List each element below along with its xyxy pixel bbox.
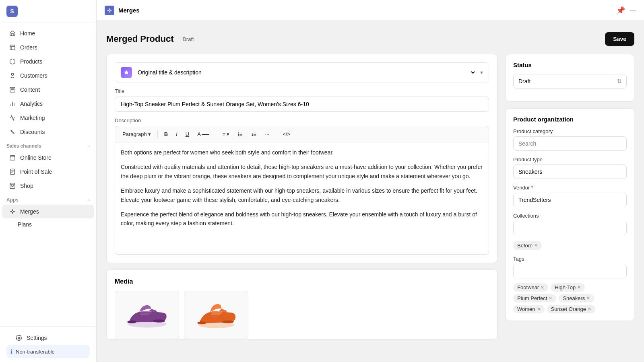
tag-sneakers: Sneakers ✕ xyxy=(559,294,594,302)
sidebar-item-merges[interactable]: Merges xyxy=(2,205,94,218)
italic-button[interactable]: I xyxy=(173,130,181,139)
plum-sneaker-image xyxy=(123,299,171,331)
product-organization-title: Product organization xyxy=(513,116,627,123)
sidebar-item-discounts[interactable]: Discounts xyxy=(2,125,94,139)
sidebar-item-marketing[interactable]: Marketing xyxy=(2,111,94,125)
paragraph-select[interactable]: Paragraph ▾ xyxy=(119,130,154,139)
tag-footwear-remove[interactable]: ✕ xyxy=(541,285,544,290)
sidebar-item-analytics[interactable]: Analytics xyxy=(2,97,94,111)
desc-para-1: Both options are perfect for women who s… xyxy=(121,148,483,157)
category-search-input[interactable] xyxy=(513,136,627,151)
sidebar-item-analytics-label: Analytics xyxy=(20,101,43,107)
sidebar-item-point-of-sale[interactable]: Point of Sale xyxy=(2,165,94,179)
content-area: Merged Product Draft Save Original title xyxy=(97,21,644,362)
sidebar-item-content-label: Content xyxy=(20,86,40,93)
align-icon: ≡ xyxy=(223,131,226,137)
sidebar-item-products[interactable]: Products xyxy=(2,55,94,68)
svg-point-30 xyxy=(222,320,234,323)
collection-tag-label: Before xyxy=(517,243,533,249)
more-icon[interactable]: ··· xyxy=(630,6,636,14)
tags-input[interactable] xyxy=(513,264,627,278)
save-button[interactable]: Save xyxy=(605,32,634,46)
ai-select-dropdown[interactable]: Original title & description xyxy=(136,69,476,76)
sales-channels-chevron: › xyxy=(89,144,90,148)
page-header: Merged Product Draft Save xyxy=(106,32,634,46)
non-transferable-label: Non-transferable xyxy=(16,349,55,355)
bullets-button[interactable] xyxy=(234,130,246,139)
sidebar: S Home Orders Products Customers xyxy=(0,0,97,362)
tag-plum-perfect: Plum Perfect ✕ xyxy=(513,294,556,302)
desc-para-2: Constructed with quality materials and a… xyxy=(121,162,483,181)
more-button[interactable]: ··· xyxy=(262,130,272,139)
color-bar xyxy=(202,134,209,135)
product-organization-card: Product organization Product category Pr… xyxy=(506,108,634,321)
sidebar-item-orders[interactable]: Orders xyxy=(2,41,94,54)
ai-selector-bar[interactable]: Original title & description ▾ xyxy=(115,62,489,82)
sidebar-item-plans-label: Plans xyxy=(18,221,32,228)
sidebar-item-settings[interactable]: Settings xyxy=(9,331,87,345)
svg-point-8 xyxy=(109,10,110,11)
color-button[interactable]: A xyxy=(194,130,213,139)
description-editor[interactable]: Both options are perfect for women who s… xyxy=(115,142,489,255)
discounts-icon xyxy=(9,128,16,136)
paragraph-label: Paragraph xyxy=(122,131,147,137)
info-icon: ℹ xyxy=(10,348,12,355)
tag-sunset-orange-remove[interactable]: ✕ xyxy=(588,306,591,312)
sidebar-item-merges-label: Merges xyxy=(20,208,39,215)
merges-icon xyxy=(9,208,16,215)
underline-button[interactable]: U xyxy=(182,130,192,139)
sidebar-item-shop[interactable]: Shop xyxy=(2,179,94,193)
topbar: Merges 📌 ··· xyxy=(97,0,644,21)
collections-input[interactable] xyxy=(513,221,627,235)
media-item-2[interactable] xyxy=(184,291,248,339)
sidebar-item-plans[interactable]: Plans xyxy=(2,219,94,230)
pin-icon[interactable]: 📌 xyxy=(616,6,625,15)
tag-plum-perfect-remove[interactable]: ✕ xyxy=(549,296,552,301)
ai-icon xyxy=(121,67,132,78)
topbar-app-icon xyxy=(105,6,114,15)
editor-toolbar: Paragraph ▾ B I U A xyxy=(115,126,489,142)
media-item-1[interactable] xyxy=(115,291,179,339)
numbered-button[interactable] xyxy=(248,130,260,139)
apps-section: Apps › xyxy=(0,193,96,204)
sidebar-logo: S xyxy=(0,0,96,23)
align-chevron: ▾ xyxy=(227,131,229,137)
page-title: Merged Product xyxy=(106,34,173,44)
sales-channels-section: Sales channels › xyxy=(0,139,96,150)
sidebar-item-content[interactable]: Content xyxy=(2,83,94,97)
topbar-title: Merges xyxy=(118,7,140,14)
tag-high-top-remove[interactable]: ✕ xyxy=(577,285,581,290)
bold-button[interactable]: B xyxy=(161,130,171,139)
tags-list: Footwear ✕ High-Top ✕ Plum Perfect ✕ S xyxy=(513,283,627,313)
vendor-label: Vendor xyxy=(513,185,627,191)
tags-label: Tags xyxy=(513,256,627,262)
align-button[interactable]: ≡ ▾ xyxy=(219,130,233,139)
pos-icon xyxy=(9,168,16,175)
collection-tag-remove[interactable]: ✕ xyxy=(534,243,538,248)
desc-para-3: Embrace luxury and make a sophisticated … xyxy=(121,186,483,204)
page-header-left: Merged Product Draft xyxy=(106,34,198,44)
status-select[interactable]: Draft Active xyxy=(513,74,627,88)
tag-women-remove[interactable]: ✕ xyxy=(537,306,541,312)
svg-point-23 xyxy=(153,319,165,323)
svg-point-29 xyxy=(197,321,206,324)
topbar-right: 📌 ··· xyxy=(616,6,636,15)
title-label: Title xyxy=(115,88,489,94)
svg-point-22 xyxy=(127,321,136,324)
title-input[interactable] xyxy=(115,97,489,112)
svg-point-12 xyxy=(238,132,239,133)
status-select-wrap: Draft Active ⇅ xyxy=(513,74,627,88)
svg-point-13 xyxy=(238,134,239,134)
svg-rect-26 xyxy=(212,313,222,313)
sidebar-item-online-store[interactable]: Online Store xyxy=(2,151,94,165)
tag-sneakers-remove[interactable]: ✕ xyxy=(586,296,590,301)
code-button[interactable]: </> xyxy=(279,130,293,139)
type-input[interactable] xyxy=(513,165,627,179)
sidebar-item-customers[interactable]: Customers xyxy=(2,69,94,82)
sidebar-bottom: Settings ℹ Non-transferable xyxy=(0,326,96,362)
tag-plum-perfect-label: Plum Perfect xyxy=(517,295,547,301)
vendor-input[interactable] xyxy=(513,193,627,207)
sidebar-item-home[interactable]: Home xyxy=(2,27,94,40)
svg-rect-20 xyxy=(141,313,151,314)
svg-point-1 xyxy=(11,73,13,75)
